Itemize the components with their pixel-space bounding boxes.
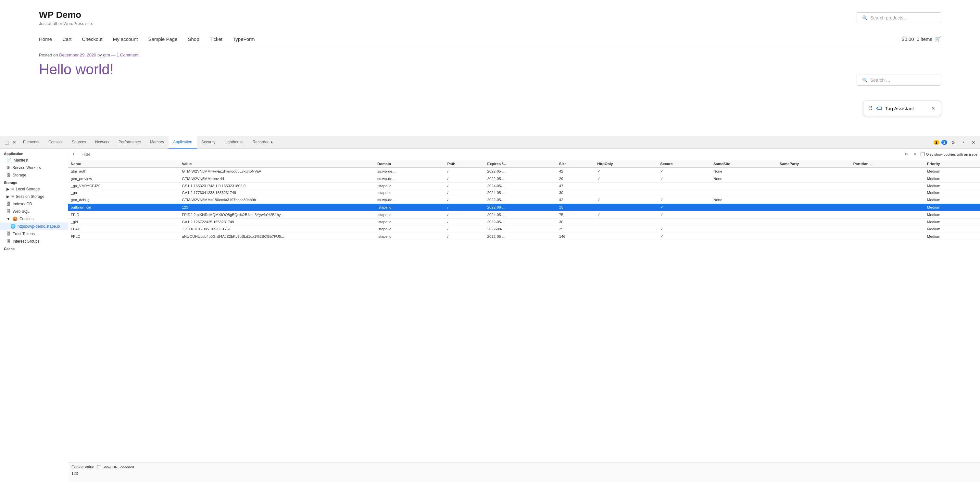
tab-console[interactable]: Console: [44, 136, 67, 149]
cart-area[interactable]: $0.00 0 items 🛒: [902, 36, 941, 42]
tag-assistant-close-icon[interactable]: ✕: [931, 105, 935, 111]
table-row[interactable]: outbrain_cid123.stape.io/2022-06-...15✓M…: [68, 204, 980, 211]
devtools-panel: ⬚ ⊡ Elements Console Sources Network Per…: [0, 136, 980, 482]
tag-assistant-panel[interactable]: ⠿ 🏷 Tag Assistant ✕: [863, 101, 941, 116]
sidebar-search-placeholder: Search …: [870, 78, 890, 83]
table-row[interactable]: gtm_authGTM-W2VN5MM=FwEpzhvmog05L7xgnoNV…: [68, 168, 980, 175]
indexeddb-icon: 🗄: [6, 201, 11, 206]
tab-recorder[interactable]: Recorder ▲: [248, 136, 278, 149]
search-products-placeholder: Search products…: [870, 15, 908, 21]
sidebar-item-trust-tokens[interactable]: 🗄 Trust Tokens: [0, 230, 68, 238]
post-comments[interactable]: 1 Comment: [116, 52, 138, 57]
only-show-cookies-label[interactable]: Only show cookies with an issue: [921, 152, 977, 156]
sidebar-local-storage-label: Local Storage: [16, 187, 40, 191]
tab-application[interactable]: Application: [169, 136, 197, 149]
sidebar-item-session-storage[interactable]: ▶ ≡ Session Storage: [0, 193, 68, 200]
devtools-inspect-icon[interactable]: ⬚: [3, 138, 11, 146]
devtools-settings-icon[interactable]: ⚙: [949, 138, 957, 146]
table-row[interactable]: gtm_debugGTM-W2VN5MM=180ec4a3197bbac30ab…: [68, 196, 980, 204]
table-row[interactable]: gtm_previewGTM-W2VN5MM=env-44ss.wp-de...…: [68, 175, 980, 182]
service-workers-icon: ⚙: [6, 165, 10, 170]
sidebar-cookie-domain-label: https://wp-demo.stape.io: [18, 224, 60, 229]
sidebar-web-sql-label: Web SQL: [13, 209, 30, 214]
sidebar-item-web-sql[interactable]: 🗄 Web SQL: [0, 208, 68, 215]
nav-my-account[interactable]: My account: [113, 36, 138, 42]
devtools-close-icon[interactable]: ✕: [970, 138, 977, 146]
nav-home[interactable]: Home: [39, 36, 52, 42]
tag-assistant-dots-icon: ⠿: [869, 105, 873, 112]
nav-cart[interactable]: Cart: [62, 36, 72, 42]
sidebar-item-local-storage[interactable]: ▶ ≡ Local Storage: [0, 185, 68, 193]
tab-lighthouse[interactable]: Lighthouse: [220, 136, 248, 149]
post-date[interactable]: December 29, 2020: [59, 52, 96, 57]
sidebar-item-cookies[interactable]: ▼ 🍪 Cookies: [0, 215, 68, 222]
col-partition[interactable]: Partition ...: [851, 160, 924, 168]
devtools-toggle-icon[interactable]: ⊡: [11, 138, 19, 146]
show-url-decoded-label[interactable]: Show URL decoded: [97, 465, 134, 469]
only-show-cookies-checkbox[interactable]: [921, 152, 925, 156]
search-products-box[interactable]: 🔍 Search products…: [857, 12, 941, 23]
col-expires[interactable]: Expires /...: [485, 160, 557, 168]
cookies-toolbar: ↻ ⚙ ✕ Only show cookies with an issue: [68, 149, 980, 160]
sidebar-item-service-workers[interactable]: ⚙ Service Workers: [0, 164, 68, 171]
table-row[interactable]: _gaGA1.2.1776041238.1653231749.stape.io/…: [68, 189, 980, 196]
cookie-table: Name Value Domain Path Expires /... Size…: [68, 160, 980, 240]
expand-session-icon: ▶: [6, 194, 10, 199]
filter-input[interactable]: [80, 151, 901, 157]
nav-checkout[interactable]: Checkout: [82, 36, 102, 42]
bottom-panel: Cookie Value Show URL decoded 123: [68, 463, 980, 482]
tab-performance[interactable]: Performance: [114, 136, 145, 149]
post-author[interactable]: gtm: [103, 52, 110, 57]
expand-cookies-icon: ▼: [6, 217, 10, 221]
storage-section-title: Storage: [0, 179, 68, 185]
col-size[interactable]: Size: [557, 160, 595, 168]
show-url-decoded-checkbox[interactable]: [97, 465, 101, 469]
tab-elements[interactable]: Elements: [19, 136, 44, 149]
tab-network[interactable]: Network: [91, 136, 114, 149]
sidebar-item-manifest[interactable]: 📄 Manifest: [0, 156, 68, 164]
sidebar-item-cookie-domain[interactable]: 🌐 https://wp-demo.stape.io: [0, 222, 68, 230]
table-row[interactable]: FPAU1.2.1187017905.1653231751.stape.io/2…: [68, 225, 980, 233]
col-sameparty[interactable]: SameParty: [777, 160, 851, 168]
col-value[interactable]: Value: [179, 160, 375, 168]
col-httponly[interactable]: HttpOnly: [595, 160, 657, 168]
sidebar-indexeddb-label: IndexedDB: [13, 202, 32, 206]
interest-groups-icon: 🗄: [6, 239, 11, 244]
nav-sample-page[interactable]: Sample Page: [148, 36, 177, 42]
nav-typeform[interactable]: TypeForm: [233, 36, 255, 42]
local-storage-icon: ≡: [11, 187, 14, 191]
tab-memory[interactable]: Memory: [145, 136, 169, 149]
sidebar-item-indexeddb[interactable]: 🗄 IndexedDB: [0, 200, 68, 208]
devtools-tabs-bar: ⬚ ⊡ Elements Console Sources Network Per…: [0, 136, 980, 149]
table-row[interactable]: FPIDFPID2.2.plKNRsMQMXIOO8gBQd%2B4mL3Yyw…: [68, 211, 980, 219]
sidebar-item-interest-groups[interactable]: 🗄 Interest Groups: [0, 238, 68, 245]
devtools-more-icon[interactable]: ⋮: [959, 138, 968, 146]
table-row[interactable]: FPLCuNtvCUHUcuL4b0GnB4AJZ2bKv9bBLd1dx1%2…: [68, 233, 980, 240]
refresh-button[interactable]: ↻: [71, 151, 78, 157]
site-tagline: Just another WordPress site: [39, 21, 92, 26]
col-name[interactable]: Name: [68, 160, 179, 168]
nav-ticket[interactable]: Ticket: [210, 36, 223, 42]
tab-security[interactable]: Security: [197, 136, 220, 149]
col-domain[interactable]: Domain: [375, 160, 445, 168]
col-samesite[interactable]: SameSite: [711, 160, 777, 168]
col-priority[interactable]: Priority: [924, 160, 980, 168]
main-content: ↻ ⚙ ✕ Only show cookies with an issue Na…: [68, 149, 980, 482]
cookies-icon: 🍪: [12, 216, 18, 221]
bottom-panel-header: Cookie Value Show URL decoded: [72, 465, 977, 469]
sidebar-search-box[interactable]: 🔍 Search …: [857, 75, 941, 86]
col-path[interactable]: Path: [445, 160, 484, 168]
cart-price: $0.00: [902, 36, 914, 42]
sidebar-item-storage-app[interactable]: 🗄 Storage: [0, 171, 68, 179]
table-row[interactable]: _gidGA1.2.126722425.1653231749.stape.io/…: [68, 219, 980, 225]
search-icon: 🔍: [862, 15, 868, 21]
filter-options-icon[interactable]: ⚙: [903, 151, 910, 157]
table-row[interactable]: _ga_VM9YCFJZ0LGS1.1.1653231748.1.0.16532…: [68, 182, 980, 189]
post-title: Hello world!: [39, 61, 941, 78]
sidebar-session-storage-label: Session Storage: [16, 194, 45, 199]
nav-shop[interactable]: Shop: [188, 36, 199, 42]
filter-clear-icon[interactable]: ✕: [912, 151, 919, 157]
col-secure[interactable]: Secure: [657, 160, 711, 168]
tab-sources[interactable]: Sources: [67, 136, 91, 149]
devtools-body: Application 📄 Manifest ⚙ Service Workers…: [0, 149, 980, 482]
